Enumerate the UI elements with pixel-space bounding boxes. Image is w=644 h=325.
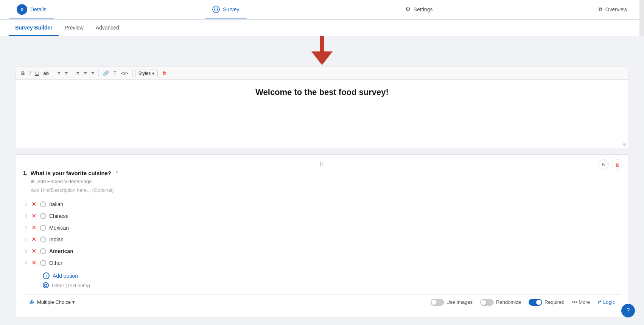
add-option-button[interactable]: + Add option xyxy=(43,272,621,279)
resize-handle[interactable]: ⟱ xyxy=(623,142,627,147)
use-images-toggle[interactable] xyxy=(431,299,444,306)
font-size-button[interactable]: T xyxy=(112,69,118,77)
embed-icon: ⊕ xyxy=(31,179,35,184)
align-center-button[interactable]: ≡ xyxy=(82,69,89,77)
hint-text[interactable]: Add Hint/Description here... (Optional) xyxy=(31,187,621,193)
option-delete-button[interactable]: ✕ xyxy=(31,247,37,255)
option-drag-icon[interactable]: ⁞⁞ xyxy=(25,213,28,219)
question-type-chevron-icon: ▾ xyxy=(72,299,75,305)
italic-button[interactable]: I xyxy=(27,69,33,77)
arrow-shaft xyxy=(320,36,324,51)
help-button[interactable]: ? xyxy=(621,304,635,317)
toolbar-sep-2 xyxy=(72,70,72,77)
tab-preview-label: Preview xyxy=(65,25,84,31)
option-radio-icon xyxy=(40,260,46,266)
help-icon: ? xyxy=(627,307,630,314)
top-nav: ≡ Details Survey ⚙ Settings ⧉ Overview xyxy=(0,0,644,20)
embed-link[interactable]: ⊕ Add Embed Video/Image xyxy=(31,179,621,184)
bottom-bar: ⊕ Multiple Choice ▾ Use Images Randomize xyxy=(23,294,621,309)
option-delete-button[interactable]: ✕ xyxy=(31,236,37,243)
editor-title: Welcome to the best food survey! xyxy=(23,87,621,97)
nav-details[interactable]: ≡ Details xyxy=(9,0,54,19)
question-type-icon: ⊕ xyxy=(29,299,34,306)
option-radio-icon xyxy=(40,201,46,207)
nav-survey[interactable]: Survey xyxy=(205,0,247,19)
align-left-button[interactable]: ≡ xyxy=(75,69,81,77)
nav-overview-label: Overview xyxy=(605,6,627,12)
option-row: ⁞⁞ ✕ Indian xyxy=(25,234,621,244)
styles-dropdown[interactable]: Styles ▾ xyxy=(135,70,158,77)
option-radio-icon xyxy=(40,225,46,231)
bottom-right: Use Images Randomize Required ••• More ⇄… xyxy=(431,299,615,306)
bold-button[interactable]: B xyxy=(19,69,26,77)
other-entry-label: Other (Text entry) xyxy=(52,283,90,288)
more-dots-icon: ••• xyxy=(572,299,577,305)
option-row: ⁞⁞ ✕ Other xyxy=(25,258,621,268)
option-label: American xyxy=(49,248,73,254)
use-images-label: Use Images xyxy=(446,299,473,305)
question-card: ⁞⁞ ↻ 🗑 1. What is your favorite cuisine?… xyxy=(15,154,629,317)
overview-icon: ⧉ xyxy=(599,6,602,12)
option-delete-button[interactable]: ✕ xyxy=(31,212,37,219)
bottom-left: ⊕ Multiple Choice ▾ xyxy=(29,299,75,306)
option-row: ⁞⁞ ✕ Italian xyxy=(25,199,621,209)
question-header: 1. What is your favorite cuisine? * xyxy=(23,170,621,176)
styles-label: Styles xyxy=(138,71,151,76)
required-label: Required xyxy=(544,299,565,305)
option-label: Italian xyxy=(49,201,63,207)
option-delete-button[interactable]: ✕ xyxy=(31,201,37,208)
question-type-select[interactable]: Multiple Choice ▾ xyxy=(37,299,75,305)
option-label: Mexican xyxy=(49,225,69,231)
editor-toolbar: B I U ab ≡ ≡ ≡ ≡ ≡ 🔗 T </> Styles ▾ 🗑 xyxy=(16,67,628,80)
arrow-head xyxy=(311,51,333,65)
option-radio-icon xyxy=(40,248,46,254)
tab-preview[interactable]: Preview xyxy=(59,20,90,36)
unordered-list-button[interactable]: ≡ xyxy=(63,69,70,77)
card-actions: ↻ 🗑 xyxy=(598,159,622,170)
logic-button[interactable]: ⇄ Logic xyxy=(597,299,615,305)
option-delete-button[interactable]: ✕ xyxy=(31,224,37,231)
nav-settings[interactable]: ⚙ Settings xyxy=(398,0,440,19)
other-radio-outline-icon xyxy=(43,282,49,288)
other-entry: Other (Text entry) xyxy=(43,282,621,288)
option-drag-icon[interactable]: ⁞⁞ xyxy=(25,260,28,266)
required-star: * xyxy=(116,170,118,176)
link-button[interactable]: 🔗 xyxy=(101,69,111,77)
option-label: Other xyxy=(49,260,62,266)
add-option-label: Add option xyxy=(53,273,78,279)
question-refresh-button[interactable]: ↻ xyxy=(598,159,609,170)
editor-body[interactable]: Welcome to the best food survey! xyxy=(16,80,628,148)
option-label: Chinese xyxy=(49,213,68,219)
question-delete-button[interactable]: 🗑 xyxy=(612,159,622,170)
randomize-toggle[interactable] xyxy=(480,299,494,306)
option-drag-icon[interactable]: ⁞⁞ xyxy=(25,202,28,207)
editor-delete-button[interactable]: 🗑 xyxy=(160,69,169,77)
more-label: More xyxy=(579,299,590,305)
code-button[interactable]: </> xyxy=(119,69,130,77)
question-number: 1. xyxy=(23,170,28,176)
option-radio-icon xyxy=(40,236,46,243)
survey-icon xyxy=(212,6,220,13)
drag-dots-icon[interactable]: ⁞⁞ xyxy=(320,161,324,167)
strikethrough-button[interactable]: ab xyxy=(41,69,50,77)
required-toggle[interactable] xyxy=(529,299,542,306)
embed-label: Add Embed Video/Image xyxy=(37,179,92,184)
underline-button[interactable]: U xyxy=(33,69,40,77)
nav-settings-label: Settings xyxy=(414,6,433,12)
option-delete-button[interactable]: ✕ xyxy=(31,259,37,266)
required-toggle-group: Required xyxy=(529,299,565,306)
editor-card: B I U ab ≡ ≡ ≡ ≡ ≡ 🔗 T </> Styles ▾ 🗑 We… xyxy=(15,67,629,148)
question-type-label: Multiple Choice xyxy=(37,299,71,305)
align-right-button[interactable]: ≡ xyxy=(89,69,96,77)
tab-survey-builder[interactable]: Survey Builder xyxy=(9,20,59,36)
tab-builder-label: Survey Builder xyxy=(15,25,53,31)
ordered-list-button[interactable]: ≡ xyxy=(56,69,62,77)
option-drag-icon[interactable]: ⁞⁞ xyxy=(25,249,28,254)
toolbar-sep-3 xyxy=(98,70,99,77)
tab-advanced[interactable]: Advanced xyxy=(90,20,125,36)
option-drag-icon[interactable]: ⁞⁞ xyxy=(25,237,28,242)
use-images-toggle-group: Use Images xyxy=(431,299,473,306)
nav-overview[interactable]: ⧉ Overview xyxy=(591,0,635,19)
more-button[interactable]: ••• More xyxy=(572,299,590,305)
option-drag-icon[interactable]: ⁞⁞ xyxy=(25,225,28,230)
